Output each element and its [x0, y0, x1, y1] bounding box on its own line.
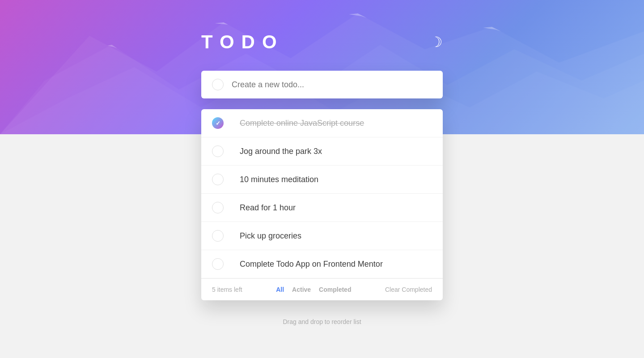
drag-hint: Drag and drop to reorder list [201, 318, 443, 325]
items-left-count: 5 items left [212, 286, 242, 293]
todo-text-1: Complete online JavaScript course [240, 119, 364, 128]
new-todo-checkbox[interactable] [212, 79, 224, 90]
filter-tab-active[interactable]: Active [292, 286, 311, 293]
todo-checkbox-2[interactable] [212, 145, 224, 157]
app-title: TODO [201, 31, 284, 53]
todo-checkbox-4[interactable] [212, 202, 224, 213]
todo-footer: 5 items left All Active Completed Clear … [201, 278, 443, 300]
clear-completed-button[interactable]: Clear Completed [385, 286, 432, 293]
app-header: TODO ☽ [201, 31, 443, 53]
todo-text-5: Pick up groceries [240, 231, 301, 241]
todo-checkbox-5[interactable] [212, 230, 224, 242]
todo-item[interactable]: Jog around the park 3x [201, 137, 443, 166]
todo-item[interactable]: 10 minutes meditation [201, 166, 443, 194]
theme-toggle-button[interactable]: ☽ [430, 35, 443, 49]
todo-text-4: Read for 1 hour [240, 203, 296, 213]
todo-text-2: Jog around the park 3x [240, 147, 322, 156]
filter-tab-completed[interactable]: Completed [319, 286, 351, 293]
todo-text-6: Complete Todo App on Frontend Mentor [240, 260, 383, 269]
new-todo-container [201, 71, 443, 98]
todo-checkbox-6[interactable] [212, 258, 224, 270]
filter-tabs: All Active Completed [276, 286, 351, 293]
todo-checkbox-1[interactable] [212, 117, 224, 129]
todo-text-3: 10 minutes meditation [240, 175, 318, 184]
todo-item[interactable]: Pick up groceries [201, 222, 443, 250]
new-todo-input[interactable] [232, 80, 432, 90]
todo-item[interactable]: Complete Todo App on Frontend Mentor [201, 250, 443, 278]
todo-checkbox-3[interactable] [212, 174, 224, 185]
todo-list: Complete online JavaScript course Jog ar… [201, 109, 443, 300]
todo-item[interactable]: Read for 1 hour [201, 194, 443, 222]
todo-item[interactable]: Complete online JavaScript course [201, 109, 443, 137]
filter-tab-all[interactable]: All [276, 286, 284, 293]
